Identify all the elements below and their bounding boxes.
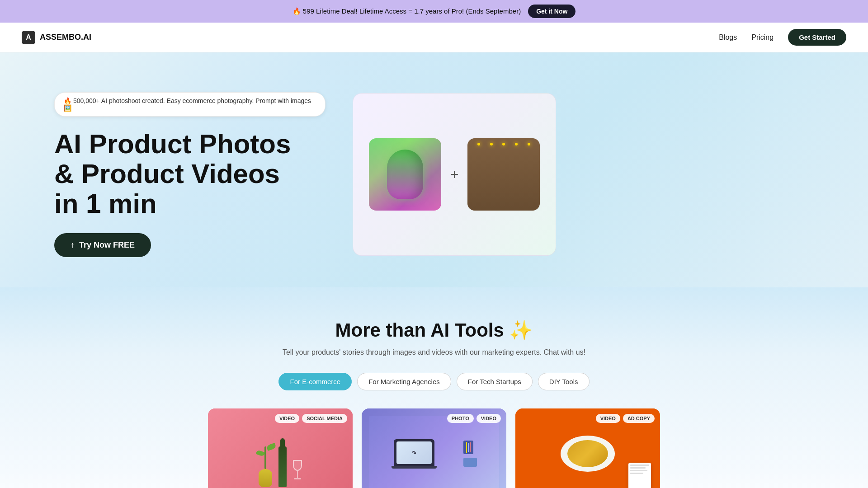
logo: A ASSEMBO.AI [22, 31, 91, 44]
tab-marketing-agencies[interactable]: For Marketing Agencies [357, 373, 451, 390]
hero-demo-container: + [353, 93, 556, 256]
tag-video-3: VIDEO [596, 414, 620, 423]
banner-cta-button[interactable]: Get it Now [528, 5, 576, 18]
cards-grid: VIDEO SOCIAL MEDIA [22, 408, 846, 488]
card-ecommerce: PHOTO VIDEO 🛍 [362, 408, 506, 488]
logo-text: ASSEMBO.AI [40, 33, 91, 42]
tab-tech-startups[interactable]: For Tech Startups [457, 373, 533, 390]
product-image-right [467, 138, 540, 211]
card-3-tags: VIDEO AD COPY [596, 414, 655, 423]
main-nav: A ASSEMBO.AI Blogs Pricing Get Started [0, 23, 868, 52]
hero-content: 🔥 500,000+ AI photoshoot created. Easy e… [54, 92, 326, 257]
features-section: More than AI Tools ✨ Tell your products'… [0, 287, 868, 488]
card-visual-2: PHOTO VIDEO 🛍 [362, 408, 506, 488]
nav-link-pricing[interactable]: Pricing [751, 33, 774, 42]
tag-video-2: VIDEO [476, 414, 501, 423]
hero-section: 🔥 500,000+ AI photoshoot created. Easy e… [0, 52, 868, 287]
logo-icon: A [22, 31, 35, 44]
restaurant-lights [467, 143, 540, 145]
nav-links: Blogs Pricing Get Started [719, 29, 846, 46]
filter-tabs: For E-commerce For Marketing Agencies Fo… [22, 373, 846, 390]
hero-image: + [353, 93, 556, 256]
tag-ad-copy: AD COPY [623, 414, 655, 423]
features-subtitle: Tell your products' stories through imag… [22, 348, 846, 357]
hero-title: AI Product Photos & Product Videos in 1 … [54, 129, 326, 219]
tag-video: VIDEO [275, 414, 299, 423]
features-title: More than AI Tools ✨ [22, 319, 846, 341]
card-visual-1: VIDEO SOCIAL MEDIA [208, 408, 353, 488]
hero-badge: 🔥 500,000+ AI photoshoot created. Easy e… [54, 92, 326, 117]
plus-icon: + [450, 166, 459, 183]
promo-banner: 🔥 599 Lifetime Deal! Lifetime Access = 1… [0, 0, 868, 23]
tag-social-media: SOCIAL MEDIA [302, 414, 347, 423]
card-visual-3: VIDEO AD COPY [515, 408, 660, 488]
tab-ecommerce[interactable]: For E-commerce [278, 373, 352, 390]
get-started-button[interactable]: Get Started [788, 29, 846, 46]
banner-text: 🔥 599 Lifetime Deal! Lifetime Access = 1… [292, 7, 521, 15]
upload-icon: ↑ [71, 240, 75, 250]
product-cylinder [387, 150, 423, 199]
card-lifestyle: VIDEO SOCIAL MEDIA [208, 408, 353, 488]
tab-diy-tools[interactable]: DIY Tools [538, 373, 590, 390]
tag-photo: PHOTO [447, 414, 474, 423]
card-food: VIDEO AD COPY [515, 408, 660, 488]
restaurant-overlay [467, 138, 540, 211]
card-1-tags: VIDEO SOCIAL MEDIA [275, 414, 347, 423]
product-image-left [369, 138, 441, 211]
card-2-tags: PHOTO VIDEO [447, 414, 501, 423]
nav-link-blogs[interactable]: Blogs [719, 33, 737, 42]
hero-cta-button[interactable]: ↑ Try Now FREE [54, 233, 151, 257]
